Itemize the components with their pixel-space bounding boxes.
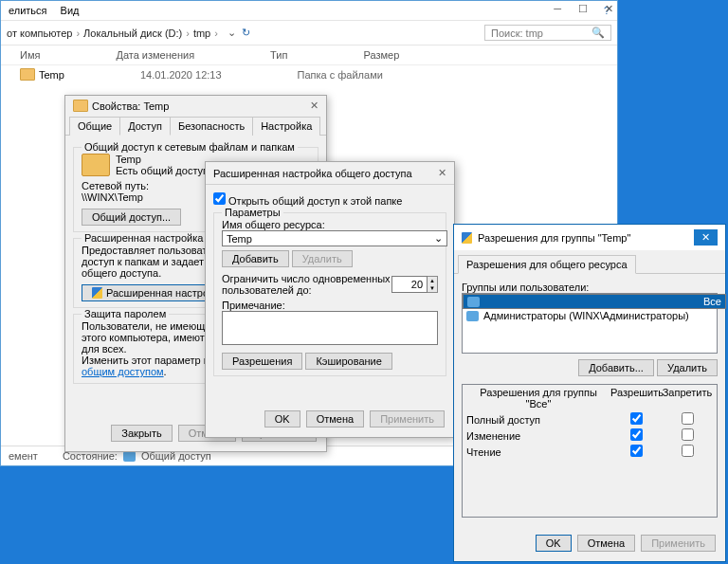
close-icon[interactable]: ✕ bbox=[310, 100, 318, 112]
spin-up-icon[interactable]: ▲ bbox=[428, 277, 437, 284]
folder-icon bbox=[73, 100, 88, 112]
ok-button[interactable]: OK bbox=[264, 410, 300, 428]
file-row[interactable]: Temp 14.01.2020 12:13 Папка с файлами bbox=[1, 65, 617, 83]
perm-body: Группы или пользователи: Все Администрат… bbox=[454, 274, 725, 525]
permissions-tabs: Разрешения для общего ресурса bbox=[454, 250, 725, 274]
dialog-title-bar: Разрешения для группы "Temp" ✕ bbox=[454, 225, 725, 250]
delete-button[interactable]: Удалить bbox=[292, 250, 353, 267]
apply-button[interactable]: Применить bbox=[641, 535, 716, 552]
chevron-down-icon: ⌄ bbox=[434, 232, 443, 245]
explorer-menu: елиться Вид ? bbox=[1, 1, 617, 21]
share-params-group: Параметры Имя общего ресурса: Temp⌄ Доба… bbox=[213, 212, 446, 376]
user-item-administrators[interactable]: Администраторы (WINX\Администраторы) bbox=[463, 309, 717, 322]
perm-buttons: OK Отмена Применить bbox=[458, 529, 721, 557]
user-item-everyone[interactable]: Все bbox=[463, 294, 726, 309]
search-icon: 🔍 bbox=[592, 27, 605, 39]
adv-buttons: OK Отмена Применить bbox=[209, 405, 450, 433]
user-list[interactable]: Все Администраторы (WINX\Администраторы) bbox=[462, 293, 718, 354]
col-name[interactable]: Имя bbox=[20, 49, 40, 61]
share-button[interactable]: Общий доступ... bbox=[82, 209, 181, 226]
allow-checkbox[interactable] bbox=[630, 428, 643, 441]
address-bar: от компьютер› Локальный диск (D:)› tmp› … bbox=[1, 21, 617, 45]
shield-icon bbox=[92, 287, 102, 299]
menu-share[interactable]: елиться bbox=[9, 5, 47, 16]
permission-row: Чтение bbox=[463, 444, 717, 460]
permission-row: Изменение bbox=[463, 428, 717, 444]
close-icon[interactable]: ✕ bbox=[694, 229, 718, 246]
col-size[interactable]: Размер bbox=[363, 49, 399, 61]
column-headers: Имя Дата изменения Тип Размер bbox=[1, 45, 617, 65]
dialog-title: Разрешения для группы "Temp" bbox=[478, 232, 630, 244]
dialog-title-bar: Свойства: Temp ✕ bbox=[65, 96, 326, 116]
spin-down-icon[interactable]: ▼ bbox=[428, 284, 437, 292]
user-limit-input[interactable] bbox=[391, 276, 428, 293]
add-user-button[interactable]: Добавить... bbox=[578, 359, 654, 376]
tab-sharing[interactable]: Доступ bbox=[119, 117, 171, 136]
deny-checkbox[interactable] bbox=[682, 445, 694, 457]
tab-general[interactable]: Общие bbox=[69, 117, 120, 136]
permissions-button[interactable]: Разрешения bbox=[222, 353, 302, 370]
remove-user-button[interactable]: Удалить bbox=[657, 359, 718, 376]
dialog-title: Расширенная настройка общего доступа bbox=[213, 168, 412, 179]
properties-tabs: Общие Доступ Безопасность Настройка bbox=[65, 116, 326, 136]
col-date[interactable]: Дата изменения bbox=[116, 49, 194, 61]
window-controls: ─ ☐ ✕ bbox=[554, 3, 613, 15]
dialog-title-bar: Расширенная настройка общего доступа ✕ bbox=[206, 162, 454, 185]
allow-checkbox[interactable] bbox=[630, 445, 643, 457]
user-limit-spinner[interactable]: ▲▼ bbox=[391, 276, 438, 293]
tab-share-permissions[interactable]: Разрешения для общего ресурса bbox=[458, 255, 636, 274]
comment-textarea[interactable] bbox=[222, 311, 438, 345]
close-icon[interactable]: ✕ bbox=[605, 3, 613, 15]
maximize-icon[interactable]: ☐ bbox=[578, 3, 588, 15]
allow-checkbox[interactable] bbox=[630, 412, 643, 425]
users-icon bbox=[466, 311, 479, 321]
cancel-button[interactable]: Отмена bbox=[306, 410, 364, 428]
search-input[interactable]: Поиск: tmp 🔍 bbox=[484, 25, 611, 41]
caching-button[interactable]: Кэширование bbox=[305, 353, 391, 370]
close-icon[interactable]: ✕ bbox=[438, 167, 446, 179]
col-type[interactable]: Тип bbox=[270, 49, 287, 61]
users-icon bbox=[467, 297, 480, 307]
close-button[interactable]: Закрыть bbox=[111, 425, 172, 442]
ok-button[interactable]: OK bbox=[536, 535, 572, 552]
advanced-sharing-dialog: Расширенная настройка общего доступа ✕ О… bbox=[205, 161, 455, 438]
share-name-select[interactable]: Temp⌄ bbox=[222, 230, 447, 246]
permission-row: Полный доступ bbox=[463, 411, 717, 428]
tab-customize[interactable]: Настройка bbox=[252, 117, 320, 136]
breadcrumb[interactable]: от компьютер› Локальный диск (D:)› tmp› bbox=[7, 27, 218, 39]
dialog-title: Свойства: Temp bbox=[92, 100, 169, 112]
menu-view[interactable]: Вид bbox=[61, 5, 80, 16]
deny-checkbox[interactable] bbox=[682, 412, 694, 425]
search-placeholder: Поиск: tmp bbox=[491, 27, 543, 39]
chevron-down-icon[interactable]: ⌄ bbox=[228, 27, 236, 39]
refresh-icon[interactable]: ↻ bbox=[242, 27, 250, 39]
cancel-button[interactable]: Отмена bbox=[577, 535, 635, 552]
folder-icon bbox=[20, 68, 35, 81]
adv-body: Открыть общий доступ к этой папке Параме… bbox=[206, 185, 454, 390]
users-icon bbox=[123, 451, 136, 462]
apply-button[interactable]: Применить bbox=[370, 410, 445, 428]
deny-checkbox[interactable] bbox=[682, 428, 694, 441]
tab-security[interactable]: Безопасность bbox=[170, 117, 253, 136]
add-button[interactable]: Добавить bbox=[222, 250, 289, 267]
share-folder-checkbox[interactable]: Открыть общий доступ к этой папке bbox=[213, 195, 402, 207]
minimize-icon[interactable]: ─ bbox=[554, 3, 561, 15]
permissions-grid: Разрешения для группы "Все"РазрешитьЗапр… bbox=[462, 384, 718, 518]
folder-icon bbox=[82, 154, 110, 176]
shield-icon bbox=[462, 232, 472, 244]
permissions-dialog: Разрешения для группы "Temp" ✕ Разрешени… bbox=[453, 224, 726, 562]
